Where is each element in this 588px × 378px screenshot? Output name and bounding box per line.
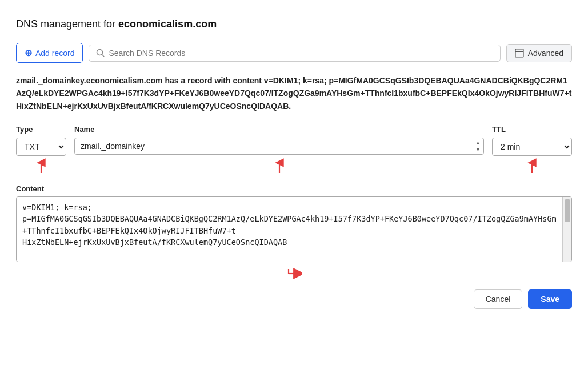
ttl-label: TTL: [492, 125, 572, 134]
arrow-name-container: [74, 158, 484, 174]
arrow-ttl-container: [492, 158, 572, 174]
ttl-select[interactable]: 1 min 2 min 5 min 10 min 30 min 1 hr Aut…: [492, 138, 572, 156]
cancel-button[interactable]: Cancel: [474, 289, 523, 309]
toolbar: ⊕ Add record Advanced: [16, 43, 572, 63]
footer-buttons: Cancel Save: [16, 289, 572, 309]
name-spin-up[interactable]: ▲: [474, 140, 482, 146]
advanced-button[interactable]: Advanced: [506, 44, 572, 62]
type-select[interactable]: TXT A AAAA CNAME MX SRV NS CAA: [16, 138, 66, 156]
content-label: Content: [16, 184, 572, 193]
content-textarea[interactable]: v=DKIM1; k=rsa; p=MIGfMA0GCSqGSIb3DQEBAQ…: [17, 197, 571, 260]
content-scrollbar[interactable]: [562, 197, 571, 262]
name-spin-down[interactable]: ▼: [474, 147, 482, 153]
search-box: [89, 45, 500, 62]
name-label: Name: [74, 125, 484, 134]
name-field-group: Name ▲ ▼: [74, 125, 484, 155]
arrow-type-container: [16, 158, 66, 174]
plus-icon: ⊕: [25, 47, 32, 58]
form-fields-row: Type TXT A AAAA CNAME MX SRV NS CAA Name…: [16, 125, 572, 156]
type-field-group: Type TXT A AAAA CNAME MX SRV NS CAA: [16, 125, 66, 156]
arrows-row: [16, 158, 572, 174]
arrow-content-icon: [286, 266, 302, 282]
ttl-field-group: TTL 1 min 2 min 5 min 10 min 30 min 1 hr…: [492, 125, 572, 156]
type-label: Type: [16, 125, 66, 134]
name-spinner: ▲ ▼: [474, 140, 482, 153]
content-wrapper: v=DKIM1; k=rsa; p=MIGfMA0GCSqGSIb3DQEBAQ…: [16, 196, 572, 262]
add-record-button[interactable]: ⊕ Add record: [16, 43, 83, 63]
record-info: zmail._domainkey.economicalism.com has a…: [16, 74, 572, 112]
search-icon: [96, 49, 105, 57]
content-section: Content v=DKIM1; k=rsa; p=MIGfMA0GCSqGSI…: [16, 184, 572, 262]
arrow-type-icon: [35, 158, 47, 174]
arrow-ttl-icon: [526, 158, 538, 174]
search-input[interactable]: [109, 49, 493, 58]
table-icon: [515, 49, 524, 58]
scrollbar-thumb: [565, 199, 570, 222]
page-title: DNS management for economicalism.com: [16, 18, 572, 30]
arrow-name-icon: [273, 158, 286, 174]
svg-rect-2: [515, 49, 523, 57]
name-input[interactable]: [74, 138, 484, 155]
content-arrow-row: [16, 266, 572, 282]
svg-line-1: [102, 55, 105, 57]
save-button[interactable]: Save: [528, 289, 572, 309]
